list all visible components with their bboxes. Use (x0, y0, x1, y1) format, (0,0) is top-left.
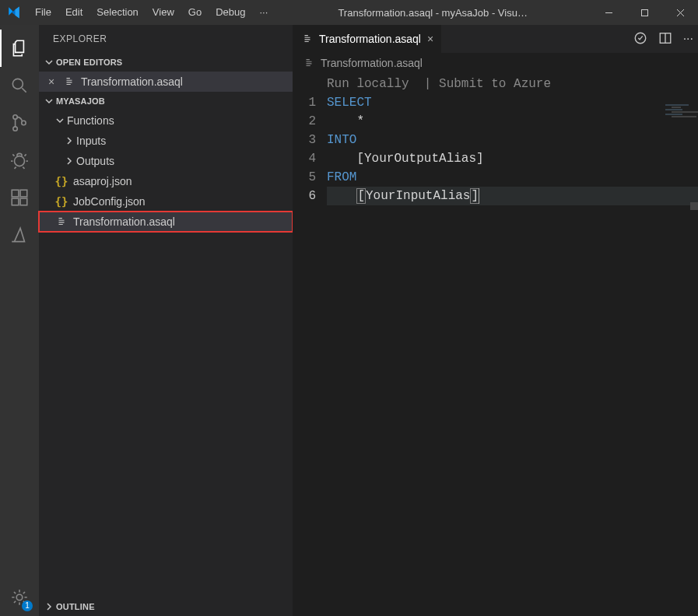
code-editor[interactable]: 1 2 3 4 5 6 Run locally | Submit to Azur… (293, 73, 698, 616)
svg-rect-0 (641, 9, 647, 16)
menu-view[interactable]: View (146, 0, 181, 25)
explorer-sidebar: EXPLORER OPEN EDITORS × Transformation.a… (39, 25, 293, 616)
outline-label: OUTLINE (56, 602, 95, 611)
activity-extensions[interactable] (0, 179, 39, 216)
tab-actions: ··· (633, 25, 698, 53)
minimize-button[interactable] (591, 0, 626, 25)
file-icon (302, 56, 316, 70)
tab-label: Transformation.asaql (319, 33, 421, 45)
line-number: 6 (293, 187, 316, 205)
svg-point-3 (13, 127, 17, 131)
outline-section[interactable]: OUTLINE (39, 597, 293, 616)
window-controls (591, 0, 698, 25)
breadcrumb[interactable]: Transformation.asaql (293, 53, 698, 73)
files-icon (9, 38, 30, 58)
code-token: INTO (327, 133, 356, 147)
menu-go[interactable]: Go (181, 0, 209, 25)
bug-icon (9, 150, 30, 170)
code-token: [ (356, 188, 366, 204)
tree-label: Inputs (76, 135, 106, 147)
split-editor-icon[interactable] (658, 31, 672, 47)
menu-edit[interactable]: Edit (58, 0, 89, 25)
tree-folder-outputs[interactable]: Outputs (39, 151, 293, 171)
cursor (479, 188, 479, 204)
source-control-icon (9, 113, 30, 133)
menu-file[interactable]: File (28, 0, 58, 25)
tree-label: Outputs (76, 155, 114, 167)
line-gutter: 1 2 3 4 5 6 (293, 73, 327, 616)
maximize-button[interactable] (626, 0, 662, 25)
chevron-down-icon (54, 115, 65, 126)
menu-debug[interactable]: Debug (209, 0, 252, 25)
code-token: [YourOutputAlias] (327, 152, 484, 166)
svg-rect-9 (20, 190, 27, 197)
open-editor-item[interactable]: × Transformation.asaql (39, 72, 293, 92)
activity-scm[interactable] (0, 104, 39, 142)
svg-rect-7 (12, 198, 19, 205)
editor-group: Transformation.asaql × ··· Transformatio… (293, 25, 698, 616)
line-number: 4 (293, 149, 316, 168)
code-token: * (327, 114, 364, 128)
breadcrumb-label: Transformation.asaql (321, 57, 423, 69)
open-editor-label: Transformation.asaql (81, 75, 183, 88)
minimap[interactable] (665, 104, 696, 135)
activity-settings[interactable]: 1 (0, 579, 39, 616)
tree-file-jobconfig[interactable]: {} JobConfig.json (39, 191, 293, 212)
chevron-right-icon (64, 135, 75, 146)
code-content[interactable]: Run locally | Submit to Azure SELECT * I… (327, 73, 698, 616)
scrollbar-marker (690, 202, 698, 210)
activity-azure[interactable] (0, 216, 39, 254)
close-button[interactable] (662, 0, 698, 25)
chevron-down-icon (44, 96, 54, 107)
current-line: [YourInputAlias] (327, 187, 698, 205)
azure-icon (9, 225, 30, 245)
code-token: SELECT (327, 96, 372, 110)
tree-folder-functions[interactable]: Functions (39, 110, 293, 131)
activity-bar: 1 (0, 25, 39, 616)
file-icon (62, 75, 76, 89)
open-editors-section[interactable]: OPEN EDITORS (39, 53, 293, 72)
explorer-title: EXPLORER (39, 25, 293, 53)
chevron-down-icon (44, 57, 54, 68)
open-editors-label: OPEN EDITORS (56, 58, 122, 67)
line-number: 2 (293, 112, 316, 131)
tree-label: Functions (67, 114, 114, 127)
svg-rect-6 (12, 190, 19, 197)
tree-label: asaproj.json (73, 175, 132, 187)
line-number: 5 (293, 168, 316, 187)
line-number: 1 (293, 93, 316, 112)
workspace-section[interactable]: MYASAJOB (39, 92, 293, 110)
svg-rect-8 (20, 198, 27, 205)
tree-file-asaproj[interactable]: {} asaproj.json (39, 171, 293, 191)
close-icon[interactable]: × (40, 75, 62, 88)
activity-explorer[interactable] (0, 30, 39, 67)
editor-tab-active[interactable]: Transformation.asaql × (293, 25, 442, 53)
json-icon: {} (54, 194, 68, 208)
line-number: 3 (293, 131, 316, 149)
code-token: YourInputAlias (366, 189, 470, 203)
menu-bar: File Edit Selection View Go Debug ··· (28, 0, 275, 25)
tree-label: Transformation.asaql (73, 215, 175, 228)
file-icon (54, 215, 68, 229)
tree-label: JobConfig.json (73, 195, 146, 208)
codelens-hint[interactable]: Run locally | Submit to Azure (327, 77, 551, 91)
settings-badge: 1 (22, 600, 33, 611)
workspace-label: MYASAJOB (56, 96, 105, 106)
tree-file-transformation[interactable]: Transformation.asaql (39, 212, 293, 232)
close-icon[interactable]: × (427, 33, 433, 45)
activity-debug[interactable] (0, 142, 39, 179)
title-bar: File Edit Selection View Go Debug ··· Tr… (0, 0, 698, 25)
more-icon[interactable]: ··· (683, 32, 693, 46)
menu-overflow[interactable]: ··· (252, 0, 275, 25)
code-token: FROM (327, 170, 356, 184)
app-logo (0, 5, 28, 19)
menu-selection[interactable]: Selection (89, 0, 145, 25)
chevron-right-icon (64, 156, 75, 166)
window-title: Transformation.asaql - myAsaJob - Visu… (275, 7, 591, 19)
tree-folder-inputs[interactable]: Inputs (39, 131, 293, 151)
svg-point-4 (22, 121, 26, 124)
tab-row: Transformation.asaql × ··· (293, 25, 698, 53)
svg-point-5 (15, 156, 25, 166)
compile-icon[interactable] (633, 31, 647, 47)
activity-search[interactable] (0, 67, 39, 104)
